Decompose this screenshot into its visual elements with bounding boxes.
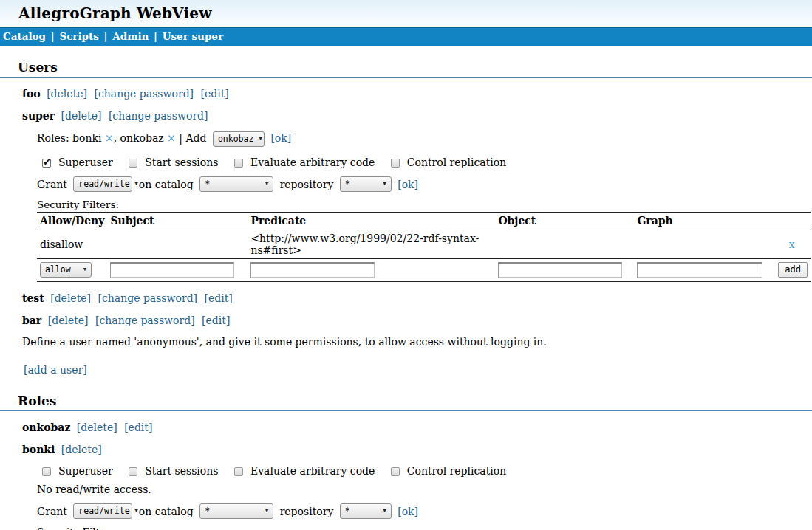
bonki-role-detail: Superuser Start sessions Evaluate arbitr… xyxy=(37,465,812,530)
change-password-link[interactable]: [change password] xyxy=(94,88,194,100)
new-filter-row: allow▼ add xyxy=(37,259,811,282)
perm-superuser: Superuser xyxy=(42,465,113,477)
nav-catalog[interactable]: Catalog xyxy=(3,30,46,42)
delete-role-link[interactable]: [delete] xyxy=(77,421,117,433)
remove-filter-link[interactable]: x xyxy=(789,238,795,250)
roles-section-title: Roles xyxy=(0,393,812,411)
edit-user-link[interactable]: [edit] xyxy=(205,292,233,304)
nav-separator: | xyxy=(51,30,55,42)
change-password-link[interactable]: [change password] xyxy=(98,292,198,304)
start-sessions-checkbox[interactable] xyxy=(129,467,137,476)
role-name: bonki xyxy=(22,444,55,455)
edit-user-link[interactable]: [edit] xyxy=(201,88,229,100)
no-access-note: No read/write access. xyxy=(37,483,812,495)
allow-deny-value: disallow xyxy=(37,230,107,259)
perm-superuser: Superuser xyxy=(42,156,113,168)
access-type-select[interactable]: read/write▼ xyxy=(73,503,132,519)
chevron-down-icon: ▼ xyxy=(265,508,268,514)
delete-user-link[interactable]: [delete] xyxy=(50,292,91,304)
perm-replication: Control replication xyxy=(391,465,506,477)
user-row-foo: foo [delete] [change password] [edit] xyxy=(22,88,812,100)
on-catalog-label: on catalog xyxy=(139,506,194,517)
role-name: onkobaz xyxy=(22,421,70,433)
change-password-link[interactable]: [change password] xyxy=(95,314,195,326)
user-name: super xyxy=(22,110,55,122)
add-user-link[interactable]: [add a user] xyxy=(24,364,812,376)
nav-separator: | xyxy=(154,30,157,42)
repository-select[interactable]: *▼ xyxy=(340,503,392,519)
grant-label: Grant xyxy=(37,506,67,517)
catalog-select[interactable]: *▼ xyxy=(199,176,273,192)
remove-role-icon[interactable]: × xyxy=(167,132,176,144)
edit-user-link[interactable]: [edit] xyxy=(202,314,230,326)
anonymous-user-note: Define a user named 'anonymous', and giv… xyxy=(22,336,812,348)
grant-label: Grant xyxy=(37,179,67,190)
control-replication-checkbox[interactable] xyxy=(391,159,400,168)
col-object: Object xyxy=(495,213,634,230)
roles-label: Roles: xyxy=(37,132,69,144)
predicate-input[interactable] xyxy=(250,262,375,278)
superuser-checkbox[interactable] xyxy=(42,467,51,476)
nav-admin[interactable]: Admin xyxy=(112,30,149,42)
security-filters-label: Security Filters: xyxy=(37,526,812,530)
superuser-checkbox[interactable] xyxy=(42,159,51,168)
repository-label: repository xyxy=(280,179,334,190)
comma: , xyxy=(114,132,117,144)
subject-input[interactable] xyxy=(110,262,234,278)
chevron-down-icon: ▼ xyxy=(259,136,262,142)
ok-grant-link[interactable]: [ok] xyxy=(398,506,418,517)
ok-grant-link[interactable]: [ok] xyxy=(398,179,418,190)
user-row-bar: bar [delete] [change password] [edit] xyxy=(22,314,812,326)
edit-role-link[interactable]: [edit] xyxy=(124,421,152,433)
users-section-title: Users xyxy=(0,60,812,78)
security-filters-label: Security Filters: xyxy=(37,199,812,210)
chevron-down-icon: ▼ xyxy=(265,181,268,187)
delete-user-link[interactable]: [delete] xyxy=(48,314,89,326)
col-subject: Subject xyxy=(107,213,248,230)
repository-label: repository xyxy=(280,506,334,517)
chevron-down-icon: ▼ xyxy=(83,266,86,272)
start-sessions-checkbox[interactable] xyxy=(129,159,137,168)
object-input[interactable] xyxy=(498,262,622,278)
add-role-select[interactable]: onkobaz▼ xyxy=(213,131,265,147)
subject-value xyxy=(107,230,248,259)
ok-add-role-link[interactable]: [ok] xyxy=(270,132,291,144)
remove-role-icon[interactable]: × xyxy=(105,132,114,144)
chevron-down-icon: ▼ xyxy=(135,181,138,187)
perm-evaluate: Evaluate arbitrary code xyxy=(234,465,375,477)
perm-start-sessions: Start sessions xyxy=(129,465,218,477)
super-user-detail: Roles: bonki ×, onkobaz × | Add onkobaz▼… xyxy=(37,131,812,210)
change-password-link[interactable]: [change password] xyxy=(109,110,208,122)
app-title: AllegroGraph WebView xyxy=(18,4,812,22)
nav-user-super[interactable]: User super xyxy=(163,30,223,42)
user-row-super: super [delete] [change password] xyxy=(22,110,812,122)
add-role-label: Add xyxy=(185,132,206,144)
nav-scripts[interactable]: Scripts xyxy=(59,30,99,42)
on-catalog-label: on catalog xyxy=(139,179,194,190)
delete-user-link[interactable]: [delete] xyxy=(47,88,87,100)
super-permissions-row: Superuser Start sessions Evaluate arbitr… xyxy=(37,156,812,168)
repository-select[interactable]: *▼ xyxy=(340,176,392,192)
col-actions xyxy=(773,213,811,230)
delete-user-link[interactable]: [delete] xyxy=(61,110,102,122)
filter-header-row: Allow/Deny Subject Predicate Object Grap… xyxy=(37,213,811,230)
role-row-onkobaz: onkobaz [delete] [edit] xyxy=(22,421,812,433)
evaluate-code-checkbox[interactable] xyxy=(234,159,243,168)
perm-evaluate: Evaluate arbitrary code xyxy=(234,156,375,168)
access-type-select[interactable]: read/write▼ xyxy=(73,176,132,192)
add-filter-button[interactable]: add xyxy=(778,262,808,278)
allow-deny-select[interactable]: allow▼ xyxy=(40,262,92,278)
role-chip-bonki: bonki xyxy=(72,132,101,144)
delete-role-link[interactable]: [delete] xyxy=(61,444,102,455)
super-security-filters-table: Allow/Deny Subject Predicate Object Grap… xyxy=(37,212,811,282)
graph-input[interactable] xyxy=(637,262,762,278)
chevron-down-icon: ▼ xyxy=(383,508,386,514)
chevron-down-icon: ▼ xyxy=(135,508,138,514)
user-name: foo xyxy=(22,88,41,100)
catalog-select[interactable]: *▼ xyxy=(199,503,273,519)
chevron-down-icon: ▼ xyxy=(383,181,386,187)
filter-row: disallow <http://www.w3.org/1999/02/22-r… xyxy=(37,230,811,259)
nav-separator: | xyxy=(104,30,108,42)
control-replication-checkbox[interactable] xyxy=(391,467,400,476)
evaluate-code-checkbox[interactable] xyxy=(234,467,243,476)
